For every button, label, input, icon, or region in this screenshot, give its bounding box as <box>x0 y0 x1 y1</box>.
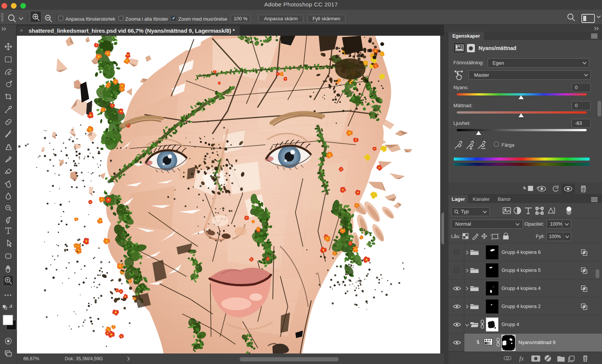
svg-text:fx: fx <box>519 355 524 362</box>
